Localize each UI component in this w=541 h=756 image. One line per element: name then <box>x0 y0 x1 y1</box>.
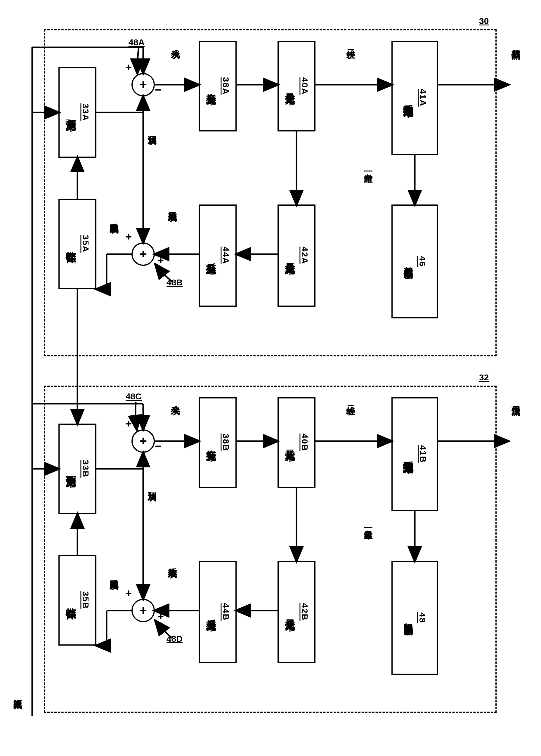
scan-a-label: 系数扫描单元 <box>402 96 415 100</box>
two-d-label-a: 二维块 <box>345 42 357 43</box>
transform-a: 变换单元 38A <box>199 41 237 132</box>
frame-store-b: 帧存储件 35B <box>58 555 96 645</box>
frame-store-b-ref: 35B <box>81 591 91 609</box>
invquant-a-ref: 42A <box>300 246 310 264</box>
invtrans-a-label: 反变换单元 <box>205 254 218 257</box>
quant-a-ref: 40A <box>300 77 310 95</box>
predict-unit-b: 预测单元 33B <box>58 424 96 514</box>
recon-residual-label-a: 重建的残余块 <box>167 204 179 206</box>
quant-a-label: 量化单元 <box>283 85 297 87</box>
frame-store-b-label: 帧存储件 <box>64 599 78 601</box>
scan-a: 系数扫描单元 41A <box>391 41 438 155</box>
summer-48d: + <box>132 599 155 622</box>
plus-d2: + <box>158 610 164 623</box>
transform-b-ref: 38B <box>221 434 231 451</box>
scan-a-ref: 41A <box>418 89 428 107</box>
scan-b: 系数扫描单元 41B <box>391 397 438 511</box>
quant-a: 量化单元 40A <box>277 41 315 132</box>
enh-layer-ref: 32 <box>479 372 489 382</box>
entropy-b: 加强层熵编码器 48 <box>391 561 438 675</box>
invquant-a-label: 反量化单元 <box>283 254 297 257</box>
one-d-label-b: 一维向量 <box>362 523 374 524</box>
minus-a: − <box>155 83 162 96</box>
entropy-b-label: 加强层熵编码器 <box>402 616 414 620</box>
invquant-a: 反量化单元 42A <box>277 204 315 307</box>
two-d-label-b: 二维块 <box>345 399 357 400</box>
one-d-label-a: 一维向量 <box>362 167 374 168</box>
enh-out-label: 加强层位流 <box>510 399 522 400</box>
recon-video-label-a: 重建的视频块 <box>108 216 120 218</box>
video-input-label: 视频输入 <box>12 692 24 693</box>
summer-48c: + <box>132 429 155 453</box>
plus-b1: + <box>126 231 132 243</box>
sum-48c-label: 48C <box>126 391 142 401</box>
plus-c: + <box>126 418 132 430</box>
summer-48a: + <box>132 73 155 96</box>
predict-unit-b-label: 预测单元 <box>64 468 78 470</box>
residual-label-a: 残余块 <box>170 42 182 43</box>
entropy-a-ref: 46 <box>417 256 427 267</box>
recon-video-label-b: 重建的视频块 <box>108 572 120 574</box>
invquant-b: 反量化单元 42B <box>277 561 315 663</box>
entropy-b-ref: 48 <box>417 612 427 623</box>
frame-store-a: 帧存储件 35A <box>58 198 96 289</box>
frame-store-a-ref: 35A <box>81 235 91 253</box>
invquant-b-label: 反量化单元 <box>283 610 297 613</box>
invtrans-a: 反变换单元 44A <box>199 204 237 307</box>
invtrans-b: 反变换单元 44B <box>199 561 237 663</box>
predict-unit-b-ref: 33B <box>81 460 91 478</box>
entropy-a: 基础层熵编码器 46 <box>391 204 438 318</box>
scan-b-ref: 41B <box>418 445 428 463</box>
quant-b: 量化单元 40B <box>277 397 315 488</box>
sum-48b-label: 48B <box>167 277 183 287</box>
predict-block-label-a: 预测块 <box>146 129 158 130</box>
transform-a-label: 变换单元 <box>205 85 218 87</box>
sum-48d-label: 48D <box>167 634 183 644</box>
minus-c: − <box>155 440 162 453</box>
quant-b-ref: 40B <box>300 434 310 451</box>
transform-a-ref: 38A <box>221 77 231 95</box>
summer-48b: + <box>132 242 155 266</box>
scan-b-label: 系数扫描单元 <box>402 453 415 456</box>
sum-48a-label: 48A <box>129 37 145 47</box>
invtrans-b-ref: 44B <box>221 603 231 621</box>
predict-unit-a-label: 预测单元 <box>64 111 78 114</box>
plus-a: + <box>126 61 132 74</box>
recon-residual-label-b: 重建的残余块 <box>167 561 179 563</box>
plus-d1: + <box>126 587 132 599</box>
plus-b2: + <box>158 254 164 266</box>
frame-store-a-label: 帧存储件 <box>64 243 78 245</box>
entropy-a-label: 基础层熵编码器 <box>402 259 414 263</box>
residual-label-b: 残余块 <box>170 399 182 400</box>
invquant-b-ref: 42B <box>300 603 310 621</box>
transform-b: 变换单元 38B <box>199 397 237 488</box>
invtrans-a-ref: 44A <box>221 246 231 264</box>
predict-unit-a: 预测单元 33A <box>58 67 96 158</box>
predict-unit-a-ref: 33A <box>81 104 91 121</box>
predict-block-label-b: 预测块 <box>146 485 158 486</box>
quant-b-label: 量化单元 <box>283 441 297 444</box>
invtrans-b-label: 反变换单元 <box>205 610 218 613</box>
base-out-label: 基础层位流 <box>510 42 522 44</box>
transform-b-label: 变换单元 <box>205 441 218 444</box>
base-layer-ref: 30 <box>479 16 489 26</box>
